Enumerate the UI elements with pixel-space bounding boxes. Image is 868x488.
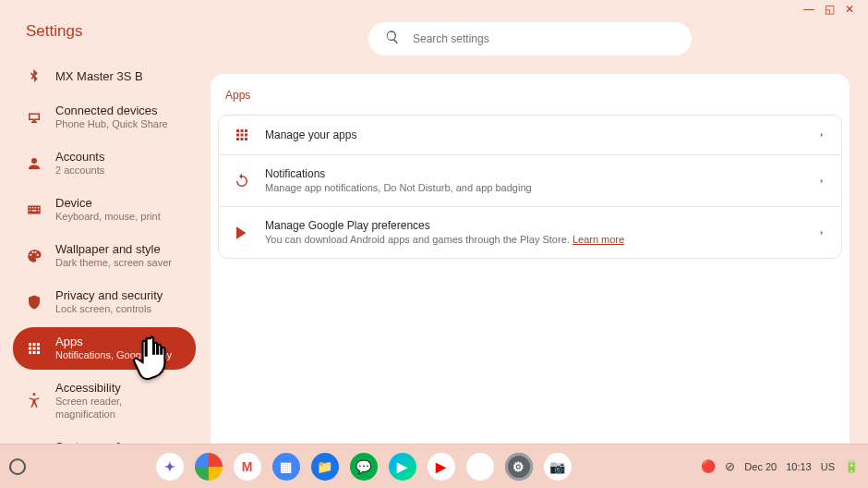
window-controls: — ◱ ✕	[790, 0, 868, 18]
sidebar-item-accounts[interactable]: Accounts 2 accounts	[13, 142, 196, 185]
maximize-button[interactable]: ◱	[824, 4, 835, 15]
notification-dot-icon: 🔴	[701, 459, 716, 473]
chevron-right-icon	[817, 127, 826, 143]
sidebar-item-sub: Keyboard, mouse, print	[55, 211, 161, 224]
shelf: ✦ M ▦ 📁 💬 ▶ ▶ ✿ ⚙ 📷 🔴 ⊘ Dec 20 10:13 US …	[0, 444, 868, 488]
row-group: Manage your apps Notifications Manage ap…	[218, 115, 842, 259]
shelf-app-youtube[interactable]: ▶	[428, 453, 455, 481]
shelf-app-gmail[interactable]: M	[234, 453, 261, 481]
section-title: Apps	[211, 79, 850, 115]
tray-locale: US	[821, 461, 835, 472]
tray-date: Dec 20	[744, 461, 777, 472]
sidebar-item-label: Accounts	[55, 150, 104, 165]
shelf-apps: ✦ M ▦ 📁 💬 ▶ ▶ ✿ ⚙ 📷	[26, 453, 701, 481]
search-input[interactable]	[413, 32, 675, 45]
sidebar-item-apps[interactable]: Apps Notifications, Google Play	[13, 327, 196, 370]
refresh-icon	[234, 173, 250, 189]
row-sub: Manage app notifications, Do Not Disturb…	[265, 181, 802, 195]
shield-icon	[26, 294, 42, 311]
learn-more-link[interactable]: Learn more	[573, 234, 624, 245]
shelf-app-chrome[interactable]	[195, 453, 223, 481]
shelf-app-play[interactable]: ▶	[389, 453, 416, 481]
shelf-app-assistant[interactable]: ✦	[156, 453, 184, 481]
apps-grid-icon	[234, 127, 250, 143]
sidebar-item-privacy[interactable]: Privacy and security Lock screen, contro…	[13, 281, 196, 323]
sidebar-item-device[interactable]: Device Keyboard, mouse, print	[13, 189, 196, 231]
sidebar-item-label: Privacy and security	[55, 288, 163, 303]
apps-grid-icon	[26, 340, 42, 357]
shelf-app-camera[interactable]: 📷	[544, 453, 572, 481]
row-title: Manage Google Play preferences	[265, 218, 802, 233]
sidebar-item-label: Wallpaper and style	[55, 242, 172, 257]
chevron-right-icon	[817, 173, 826, 189]
sidebar: Settings MX Master 3S B Connected device…	[0, 22, 203, 488]
sidebar-item-connected-devices[interactable]: Connected devices Phone Hub, Quick Share	[13, 96, 196, 139]
search-icon	[385, 30, 400, 48]
close-button[interactable]: ✕	[844, 4, 855, 15]
sidebar-item-label: Apps	[55, 335, 172, 349]
do-not-disturb-icon: ⊘	[725, 459, 735, 473]
sidebar-item-sub: Notifications, Google Play	[55, 349, 172, 362]
play-store-icon	[234, 225, 250, 241]
sidebar-item-sub: Phone Hub, Quick Share	[55, 118, 168, 131]
shelf-app-files[interactable]: 📁	[311, 453, 339, 481]
sidebar-item-label: MX Master 3S B	[55, 69, 143, 84]
chevron-right-icon	[817, 225, 826, 241]
row-notifications[interactable]: Notifications Manage app notifications, …	[219, 155, 841, 207]
bluetooth-icon	[26, 68, 42, 85]
sidebar-item-label: Connected devices	[55, 104, 168, 118]
keyboard-icon	[26, 201, 42, 218]
account-icon	[26, 155, 42, 172]
row-google-play[interactable]: Manage Google Play preferences You can d…	[219, 207, 841, 258]
sidebar-item-sub: Dark theme, screen saver	[55, 257, 172, 270]
sidebar-item-sub: 2 accounts	[55, 165, 104, 177]
shelf-app-messages[interactable]: 💬	[350, 453, 378, 481]
shelf-app-settings[interactable]: ⚙	[505, 453, 533, 481]
search-bar[interactable]	[368, 22, 692, 55]
sidebar-item-sub: Screen reader, magnification	[55, 396, 183, 421]
sidebar-item-label: Accessibility	[55, 381, 183, 396]
sidebar-item-wallpaper[interactable]: Wallpaper and style Dark theme, screen s…	[13, 235, 196, 277]
row-title: Notifications	[265, 166, 802, 181]
page-title: Settings	[13, 22, 196, 57]
sidebar-item-label: Device	[55, 196, 161, 211]
shelf-app-photos[interactable]: ✿	[466, 453, 494, 481]
palette-icon	[26, 248, 42, 264]
accessibility-icon	[26, 393, 42, 409]
main-content: Apps Manage your apps	[203, 22, 868, 488]
shelf-app-calendar[interactable]: ▦	[272, 453, 300, 481]
system-tray[interactable]: 🔴 ⊘ Dec 20 10:13 US 🔋	[701, 459, 859, 473]
tray-time: 10:13	[786, 461, 812, 472]
sidebar-item-sub: Lock screen, controls	[55, 303, 163, 316]
row-manage-apps[interactable]: Manage your apps	[219, 116, 841, 155]
row-title: Manage your apps	[265, 128, 802, 142]
sidebar-item-bluetooth[interactable]: MX Master 3S B	[13, 61, 196, 92]
minimize-button[interactable]: —	[803, 4, 814, 15]
row-sub: You can download Android apps and games …	[265, 233, 802, 247]
apps-card: Apps Manage your apps	[211, 74, 850, 488]
launcher-button[interactable]	[9, 458, 26, 475]
battery-icon: 🔋	[844, 459, 859, 473]
sidebar-item-accessibility[interactable]: Accessibility Screen reader, magnificati…	[13, 373, 196, 429]
devices-icon	[26, 109, 42, 126]
